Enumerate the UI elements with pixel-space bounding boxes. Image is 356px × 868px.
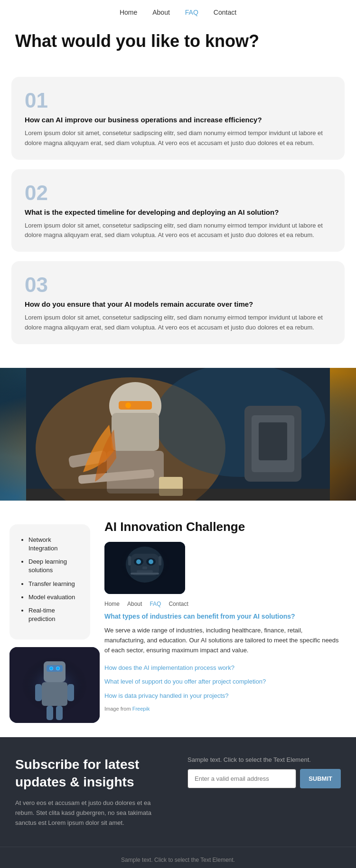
- svg-rect-4: [112, 413, 159, 451]
- image-credit: Image from Freepik: [104, 706, 345, 712]
- svg-rect-5: [119, 401, 152, 410]
- feature-item-2: Deep learning solutions: [28, 557, 81, 575]
- robot-image-inner: [9, 647, 100, 723]
- faq-card-2[interactable]: 02 What is the expected timeline for dev…: [11, 169, 345, 252]
- faq-number-2: 02: [25, 183, 331, 203]
- nav-about[interactable]: About: [152, 9, 170, 16]
- svg-point-35: [149, 559, 153, 564]
- faq-number-1: 01: [25, 90, 331, 111]
- faq-card-1[interactable]: 01 How can AI improve our business opera…: [11, 77, 345, 160]
- subscribe-left: Subscribe for latest updates & insights …: [15, 756, 169, 828]
- inner-nav-home[interactable]: Home: [104, 601, 120, 607]
- open-faq-title[interactable]: What types of industries can benefit fro…: [104, 612, 345, 621]
- svg-rect-23: [67, 684, 74, 701]
- inner-nav-about[interactable]: About: [127, 601, 142, 607]
- collapsed-faq-3[interactable]: How is data privacy handled in your proj…: [104, 691, 345, 701]
- faq-question-3: How do you ensure that your AI models re…: [25, 300, 331, 308]
- collapsed-faq-2[interactable]: What level of support do you offer after…: [104, 677, 345, 686]
- subscribe-right: Sample text. Click to select the Text El…: [187, 756, 341, 788]
- hero-section: What would you like to know?: [0, 22, 356, 77]
- svg-point-34: [136, 559, 141, 564]
- feature-item-5: Real-time prediction: [28, 606, 81, 623]
- faq-answer-3: Lorem ipsum dolor sit amet, consetetur s…: [25, 313, 331, 333]
- svg-rect-37: [137, 570, 153, 573]
- submit-button[interactable]: SUBMIT: [300, 769, 341, 788]
- svg-rect-36: [142, 566, 147, 569]
- svg-point-27: [56, 667, 59, 670]
- ai-thumbnail: [104, 542, 185, 594]
- footer: Sample text. Click to select the Text El…: [0, 847, 356, 868]
- svg-point-6: [125, 402, 131, 408]
- svg-rect-18: [47, 665, 63, 672]
- right-panel: AI Innovation Challenge: [100, 515, 356, 723]
- image-credit-text: Image from: [104, 706, 131, 712]
- svg-rect-24: [47, 706, 53, 720]
- faq-section: 01 How can AI improve our business opera…: [0, 77, 356, 368]
- robot-illustration: [26, 368, 330, 501]
- features-card: Network Integration Deep learning soluti…: [9, 524, 90, 640]
- feature-item-4: Model evaluation: [28, 593, 81, 602]
- faq-card-3[interactable]: 03 How do you ensure that your AI models…: [11, 261, 345, 344]
- faq-question-1: How can AI improve our business operatio…: [25, 116, 331, 124]
- robot-image-card: [9, 647, 100, 723]
- email-row: SUBMIT: [187, 769, 341, 788]
- inner-nav-faq[interactable]: FAQ: [150, 601, 161, 607]
- svg-rect-21: [42, 682, 67, 706]
- faq-number-3: 03: [25, 274, 331, 295]
- ai-thumb-inner: [104, 542, 185, 594]
- robot-banner: [0, 368, 356, 501]
- faq-answer-2: Lorem ipsum dolor sit amet, consetetur s…: [25, 221, 331, 241]
- faq-answer-1: Lorem ipsum dolor sit amet, consetetur s…: [25, 128, 331, 148]
- subscribe-sample-text: Sample text. Click to select the Text El…: [187, 756, 341, 763]
- robot-banner-inner: [0, 368, 356, 501]
- faq-question-2: What is the expected timeline for develo…: [25, 208, 331, 216]
- features-list: Network Integration Deep learning soluti…: [19, 536, 81, 624]
- collapsed-faq-1[interactable]: How does the AI implementation process w…: [104, 663, 345, 673]
- small-robot-svg: [9, 647, 100, 723]
- subscribe-section: Subscribe for latest updates & insights …: [0, 737, 356, 847]
- svg-rect-11: [26, 489, 330, 501]
- svg-rect-14: [259, 422, 287, 460]
- feature-item-3: Transfer learning: [28, 580, 81, 588]
- left-panel: Network Integration Deep learning soluti…: [0, 515, 100, 723]
- open-faq-answer: We serve a wide range of industries, inc…: [104, 626, 345, 655]
- nav-home[interactable]: Home: [120, 9, 137, 16]
- svg-point-26: [50, 667, 53, 670]
- innovation-section: Network Integration Deep learning soluti…: [0, 501, 356, 723]
- svg-rect-25: [56, 706, 63, 720]
- inner-nav: Home About FAQ Contact: [104, 601, 345, 607]
- nav-faq[interactable]: FAQ: [185, 9, 198, 16]
- feature-item-1: Network Integration: [28, 536, 81, 553]
- innovation-title: AI Innovation Challenge: [104, 520, 345, 534]
- image-credit-link[interactable]: Freepik: [132, 706, 150, 712]
- nav-contact[interactable]: Contact: [214, 9, 236, 16]
- svg-rect-40: [159, 556, 161, 566]
- main-nav: Home About FAQ Contact: [0, 0, 356, 22]
- subscribe-description: At vero eos et accusam et justo duo dolo…: [15, 798, 169, 828]
- email-input[interactable]: [187, 769, 296, 788]
- page-title: What would you like to know?: [15, 31, 341, 51]
- ai-thumb-svg: [104, 542, 185, 594]
- svg-rect-39: [128, 556, 131, 566]
- svg-rect-22: [35, 684, 42, 701]
- subscribe-title: Subscribe for latest updates & insights: [15, 756, 169, 791]
- inner-nav-contact[interactable]: Contact: [169, 601, 188, 607]
- footer-sample-text: Sample text. Click to select the Text El…: [15, 857, 341, 863]
- svg-rect-38: [131, 573, 159, 575]
